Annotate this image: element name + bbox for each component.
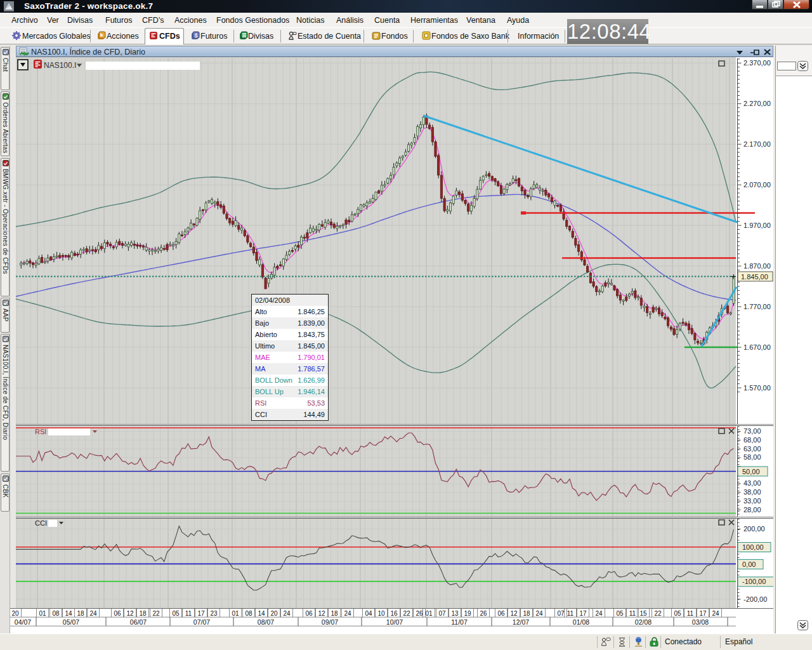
svg-text:06: 06 bbox=[305, 610, 313, 617]
svg-text:13: 13 bbox=[451, 610, 459, 617]
svg-text:17: 17 bbox=[699, 610, 707, 617]
svg-text:07: 07 bbox=[438, 610, 446, 617]
svg-text:08: 08 bbox=[52, 610, 60, 617]
svg-text:38,00: 38,00 bbox=[743, 488, 761, 496]
svg-text:-200,00: -200,00 bbox=[743, 595, 767, 603]
svg-text:01: 01 bbox=[39, 610, 46, 617]
svg-text:NAS100.I: NAS100.I bbox=[44, 61, 76, 70]
svg-text:26: 26 bbox=[416, 610, 423, 617]
svg-text:33,00: 33,00 bbox=[743, 497, 761, 505]
svg-text:11: 11 bbox=[629, 610, 636, 617]
svg-text:01/08: 01/08 bbox=[573, 618, 589, 626]
svg-text:CCI: CCI bbox=[35, 519, 47, 527]
svg-text:1.970,00: 1.970,00 bbox=[743, 222, 771, 229]
svg-text:18: 18 bbox=[331, 610, 338, 617]
svg-text:05: 05 bbox=[616, 610, 624, 617]
svg-text:08: 08 bbox=[245, 610, 252, 617]
svg-text:RSI: RSI bbox=[35, 428, 46, 435]
svg-text:12: 12 bbox=[318, 610, 325, 617]
svg-text:43,00: 43,00 bbox=[743, 479, 761, 487]
svg-text:17: 17 bbox=[579, 610, 587, 617]
svg-text:24: 24 bbox=[283, 610, 291, 617]
svg-text:24: 24 bbox=[344, 610, 351, 617]
svg-text:200,00: 200,00 bbox=[743, 525, 765, 533]
svg-text:18: 18 bbox=[139, 610, 147, 617]
svg-text:24: 24 bbox=[712, 610, 719, 617]
svg-text:06: 06 bbox=[497, 610, 505, 617]
svg-text:18: 18 bbox=[77, 610, 84, 617]
svg-text:12: 12 bbox=[126, 610, 134, 617]
svg-text:11/07: 11/07 bbox=[451, 618, 468, 626]
svg-text:05: 05 bbox=[674, 610, 681, 617]
svg-text:26: 26 bbox=[480, 610, 487, 617]
svg-text:20: 20 bbox=[11, 610, 19, 617]
svg-text:03/08: 03/08 bbox=[692, 618, 709, 626]
svg-text:10/07: 10/07 bbox=[386, 618, 403, 626]
svg-text:23: 23 bbox=[210, 610, 218, 617]
svg-text:2.170,00: 2.170,00 bbox=[743, 140, 771, 148]
svg-text:18: 18 bbox=[523, 610, 530, 617]
svg-text:07/07: 07/07 bbox=[193, 618, 210, 626]
svg-text:24: 24 bbox=[595, 610, 603, 617]
svg-text:1.770,00: 1.770,00 bbox=[743, 303, 771, 310]
svg-text:02/08: 02/08 bbox=[635, 618, 652, 626]
svg-text:12/07: 12/07 bbox=[513, 618, 529, 626]
svg-text:08/07: 08/07 bbox=[258, 618, 274, 626]
svg-text:24: 24 bbox=[89, 610, 97, 617]
svg-text:1.670,00: 1.670,00 bbox=[743, 343, 771, 351]
svg-text:50,00: 50,00 bbox=[742, 468, 760, 475]
svg-text:68,00: 68,00 bbox=[743, 436, 761, 444]
svg-text:09/07: 09/07 bbox=[322, 618, 338, 626]
svg-text:24: 24 bbox=[535, 610, 543, 617]
svg-text:58,00: 58,00 bbox=[743, 453, 761, 461]
svg-text:1.570,00: 1.570,00 bbox=[743, 384, 771, 392]
svg-text:15: 15 bbox=[639, 610, 647, 617]
svg-text:06/07: 06/07 bbox=[130, 618, 147, 626]
svg-text:63,00: 63,00 bbox=[743, 445, 761, 453]
svg-text:1.845,00: 1.845,00 bbox=[741, 273, 768, 281]
svg-text:100,00: 100,00 bbox=[742, 543, 764, 551]
svg-text:28,00: 28,00 bbox=[743, 506, 761, 514]
svg-text:01: 01 bbox=[425, 610, 433, 617]
svg-text:22: 22 bbox=[152, 610, 160, 617]
svg-text:17: 17 bbox=[197, 610, 205, 617]
svg-text:20: 20 bbox=[270, 610, 278, 617]
svg-text:07: 07 bbox=[557, 610, 565, 617]
svg-text:11: 11 bbox=[687, 610, 694, 617]
svg-text:11: 11 bbox=[185, 610, 192, 617]
svg-text:2.070,00: 2.070,00 bbox=[743, 181, 771, 189]
svg-text:22: 22 bbox=[403, 610, 410, 617]
svg-text:04: 04 bbox=[365, 610, 372, 617]
svg-text:-100,00: -100,00 bbox=[742, 578, 766, 585]
svg-text:14: 14 bbox=[65, 610, 72, 617]
svg-text:2.370,00: 2.370,00 bbox=[743, 59, 771, 67]
svg-text:11: 11 bbox=[567, 610, 574, 617]
svg-text:10: 10 bbox=[377, 610, 385, 617]
svg-text:14: 14 bbox=[258, 610, 265, 617]
svg-text:1.870,00: 1.870,00 bbox=[743, 262, 771, 270]
svg-text:01: 01 bbox=[232, 610, 239, 617]
svg-text:0,00: 0,00 bbox=[742, 560, 756, 568]
svg-text:04/07: 04/07 bbox=[15, 618, 31, 626]
svg-text:05/07: 05/07 bbox=[63, 618, 79, 626]
svg-text:73,00: 73,00 bbox=[743, 427, 761, 435]
svg-text:12: 12 bbox=[510, 610, 518, 617]
svg-text:16: 16 bbox=[390, 610, 398, 617]
svg-text:05: 05 bbox=[172, 610, 180, 617]
svg-text:19: 19 bbox=[464, 610, 471, 617]
svg-text:22: 22 bbox=[654, 610, 662, 617]
svg-text:$: $ bbox=[194, 32, 197, 39]
svg-text:06: 06 bbox=[114, 610, 121, 617]
svg-text:2.270,00: 2.270,00 bbox=[743, 100, 771, 107]
